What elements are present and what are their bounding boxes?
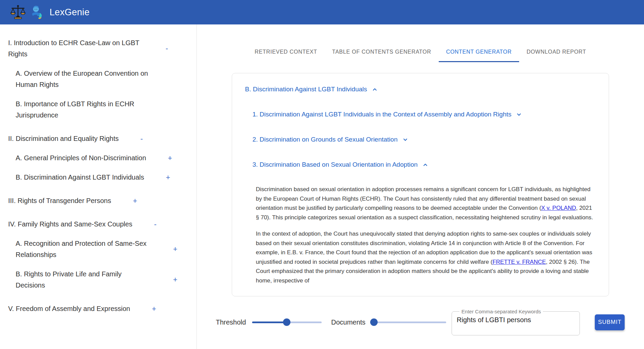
- slider-track[interactable]: [370, 322, 446, 323]
- expand-less-icon[interactable]: [371, 86, 378, 93]
- sidebar-item-section-1[interactable]: I. Introduction to ECHR Case-Law on LGBT…: [8, 37, 193, 60]
- keywords-field: Enter Comma-separated Keywords: [452, 309, 580, 335]
- tab-content-generator[interactable]: CONTENT GENERATOR: [439, 42, 519, 62]
- keywords-field-label: Enter Comma-separated Keywords: [459, 309, 543, 314]
- sidebar-item-label: IV. Family Rights and Same-Sex Couples: [8, 219, 132, 230]
- tab-table-of-contents-generator[interactable]: TABLE OF CONTENTS GENERATOR: [325, 42, 439, 62]
- generation-controls: Threshold Documents Enter Comma-separate…: [197, 302, 644, 342]
- expand-toggle[interactable]: +: [133, 197, 137, 205]
- sidebar-item-section-5[interactable]: V. Freedom of Assembly and Expression +: [8, 303, 193, 314]
- tab-bar: RETRIEVED CONTEXT TABLE OF CONTENTS GENE…: [197, 42, 644, 62]
- sidebar-item-label: A. Overview of the European Convention o…: [16, 68, 172, 90]
- collapse-toggle[interactable]: -: [140, 135, 143, 143]
- tab-download-report[interactable]: DOWNLOAD REPORT: [519, 42, 594, 62]
- sidebar-item-section-2[interactable]: II. Discrimination and Equality Rights -: [8, 133, 193, 144]
- documents-label: Documents: [331, 318, 365, 326]
- threshold-slider[interactable]: [252, 318, 322, 326]
- sidebar-item-label: III. Rights of Transgender Persons: [8, 195, 111, 206]
- sidebar-item-label: A. General Principles of Non-Discriminat…: [16, 152, 146, 164]
- brand-title: LexGenie: [50, 7, 90, 18]
- section-heading-b[interactable]: B. Discrimination Against LGBT Individua…: [245, 86, 596, 93]
- app-logo: LexGenie: [10, 4, 90, 20]
- subsection-heading-2[interactable]: 2. Discrimination on Grounds of Sexual O…: [252, 136, 596, 143]
- threshold-label: Threshold: [216, 318, 246, 326]
- sidebar-item-section-4[interactable]: IV. Family Rights and Same-Sex Couples -: [8, 219, 193, 230]
- section-heading-label: B. Discrimination Against LGBT Individua…: [245, 86, 367, 93]
- subsection-heading-3[interactable]: 3. Discrimination Based on Sexual Orient…: [252, 161, 596, 168]
- subsection-heading-label: 3. Discrimination Based on Sexual Orient…: [252, 161, 418, 168]
- subsection-heading-1[interactable]: 1. Discrimination Against LGBT Individua…: [252, 111, 596, 118]
- sidebar-item-label: A. Recognition and Protection of Same-Se…: [16, 238, 151, 260]
- slider-thumb[interactable]: [370, 318, 378, 326]
- sidebar-item-section-2b[interactable]: B. Discrimination Against LGBT Individua…: [8, 172, 193, 183]
- sidebar-item-label: B. Discrimination Against LGBT Individua…: [16, 172, 144, 183]
- case-link-x-v-poland[interactable]: X v. POLAND: [541, 205, 576, 211]
- expand-toggle[interactable]: +: [152, 305, 156, 313]
- expand-more-icon[interactable]: [515, 111, 523, 118]
- sidebar-item-label: B. Rights to Private Life and Family Dec…: [16, 269, 151, 291]
- slider-thumb[interactable]: [283, 318, 290, 326]
- sidebar-item-section-4b[interactable]: B. Rights to Private Life and Family Dec…: [8, 269, 193, 291]
- sidebar-item-section-1b[interactable]: B. Importance of LGBT Rights in ECHR Jur…: [8, 98, 193, 121]
- collapse-toggle[interactable]: -: [154, 221, 156, 228]
- case-link-frette-v-france[interactable]: FRETTE v. FRANCE: [492, 259, 546, 265]
- genie-icon: [29, 5, 43, 19]
- expand-toggle[interactable]: +: [173, 276, 177, 283]
- slider-fill: [252, 322, 287, 323]
- expand-more-icon[interactable]: [402, 136, 409, 143]
- expand-less-icon[interactable]: [422, 161, 429, 168]
- documents-slider[interactable]: [370, 318, 446, 326]
- collapse-toggle[interactable]: -: [166, 45, 168, 52]
- paragraph-text: Discrimination based on sexual orientati…: [256, 186, 590, 211]
- tab-retrieved-context[interactable]: RETRIEVED CONTEXT: [247, 42, 324, 62]
- submit-button[interactable]: SUBMIT: [595, 314, 625, 330]
- content-panel: B. Discrimination Against LGBT Individua…: [232, 73, 609, 296]
- sidebar-item-section-2a[interactable]: A. General Principles of Non-Discriminat…: [8, 152, 193, 164]
- scales-of-justice-icon: [10, 4, 26, 20]
- sidebar-item-section-1a[interactable]: A. Overview of the European Convention o…: [8, 68, 193, 90]
- toc-sidebar: I. Introduction to ECHR Case-Law on LGBT…: [0, 24, 197, 349]
- subsection-heading-label: 2. Discrimination on Grounds of Sexual O…: [252, 136, 398, 143]
- expand-toggle[interactable]: +: [166, 174, 170, 181]
- expand-toggle[interactable]: +: [168, 154, 172, 162]
- body-paragraph-1: Discrimination based on sexual orientati…: [256, 185, 596, 222]
- keywords-input[interactable]: [457, 314, 575, 324]
- sidebar-item-label: V. Freedom of Assembly and Expression: [8, 303, 130, 314]
- main-area: RETRIEVED CONTEXT TABLE OF CONTENTS GENE…: [197, 24, 644, 349]
- subsection-heading-label: 1. Discrimination Against LGBT Individua…: [252, 111, 511, 118]
- expand-toggle[interactable]: +: [173, 245, 177, 253]
- sidebar-item-label: II. Discrimination and Equality Rights: [8, 133, 119, 144]
- sidebar-item-label: I. Introduction to ECHR Case-Law on LGBT…: [8, 37, 144, 60]
- body-paragraph-2: In the context of adoption, the Court ha…: [256, 229, 596, 285]
- app-header: LexGenie: [0, 0, 644, 24]
- sidebar-item-label: B. Importance of LGBT Rights in ECHR Jur…: [16, 98, 172, 121]
- sidebar-item-section-4a[interactable]: A. Recognition and Protection of Same-Se…: [8, 238, 193, 260]
- sidebar-item-section-3[interactable]: III. Rights of Transgender Persons +: [8, 195, 193, 206]
